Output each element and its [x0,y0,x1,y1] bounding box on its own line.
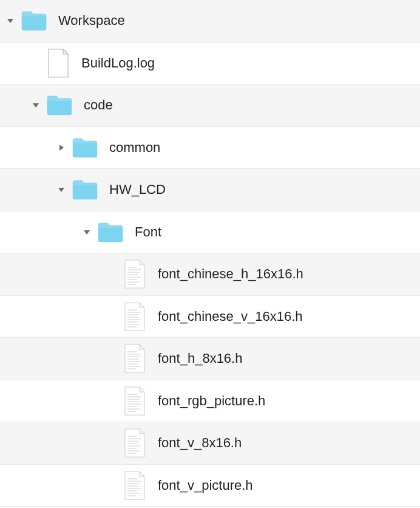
chevron-right-icon[interactable] [56,142,67,153]
header-file-icon [123,428,147,458]
header-file-icon [123,470,147,501]
tree-row[interactable]: font_v_picture.h [0,465,420,507]
file-tree: Workspace BuildLog.log code common HW_LC… [0,0,420,507]
chevron-down-icon[interactable] [81,227,92,238]
header-file-icon [123,259,147,289]
header-file-icon [123,386,147,416]
folder-icon [72,179,98,201]
folder-icon [21,10,47,32]
tree-row[interactable]: common [0,127,420,170]
tree-item-label: common [109,140,160,156]
tree-item-label: font_chinese_v_16x16.h [158,309,303,324]
chevron-down-icon[interactable] [56,184,67,195]
tree-item-label: code [84,97,113,113]
tree-row[interactable]: font_chinese_v_16x16.h [0,296,420,338]
tree-item-label: Font [135,224,161,240]
folder-icon [72,137,98,159]
folder-icon [97,221,124,243]
tree-row[interactable]: Workspace [0,0,420,43]
tree-row[interactable]: Font [0,211,420,254]
file-icon [46,48,70,78]
tree-row[interactable]: font_chinese_h_16x16.h [0,253,420,296]
header-file-icon [123,343,147,374]
tree-row[interactable]: BuildLog.log [0,43,420,85]
tree-row[interactable]: font_rgb_picture.h [0,380,420,423]
chevron-down-icon[interactable] [5,15,16,26]
folder-icon [46,94,73,116]
tree-item-label: font_v_picture.h [158,478,253,493]
tree-item-label: Workspace [58,13,125,29]
tree-row[interactable]: font_v_8x16.h [0,422,420,465]
tree-row[interactable]: HW_LCD [0,169,420,211]
tree-row[interactable]: code [0,84,420,127]
tree-item-label: font_chinese_h_16x16.h [158,266,303,282]
tree-item-label: font_rgb_picture.h [158,393,265,409]
tree-item-label: BuildLog.log [81,55,155,71]
tree-item-label: font_v_8x16.h [158,435,242,451]
tree-item-label: HW_LCD [109,182,166,197]
tree-item-label: font_h_8x16.h [158,351,242,366]
tree-row[interactable]: font_h_8x16.h [0,338,420,380]
chevron-down-icon[interactable] [30,100,41,111]
header-file-icon [123,301,147,332]
